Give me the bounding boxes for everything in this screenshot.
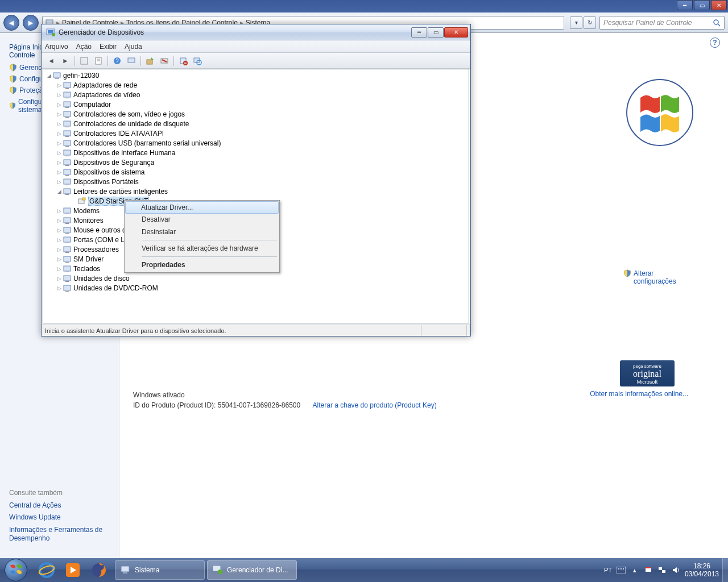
back-icon[interactable]: ◄ <box>45 55 57 67</box>
show-desktop-button[interactable] <box>722 558 728 582</box>
tree-category[interactable]: ▷Dispositivos Portáteis <box>43 177 469 186</box>
genuine-microsoft-badge[interactable]: peça software original Microsoft <box>620 360 675 386</box>
expand-arrow-icon[interactable]: ▷ <box>56 208 63 214</box>
tree-category[interactable]: ▷Dispositivos de Segurança <box>43 157 469 167</box>
help-icon[interactable]: ? <box>710 38 720 48</box>
expand-arrow-icon[interactable]: ▷ <box>56 131 63 136</box>
forward-icon[interactable]: ► <box>59 55 72 67</box>
keyboard-icon[interactable] <box>617 566 626 575</box>
close-button[interactable]: ✕ <box>711 0 727 10</box>
tree-category[interactable]: ▷Dispositivos de Interface Humana <box>43 148 469 157</box>
expand-arrow-icon[interactable]: ▷ <box>56 276 63 281</box>
expand-arrow-icon[interactable]: ▷ <box>56 285 63 291</box>
help-icon[interactable]: ? <box>111 55 123 67</box>
expand-arrow-icon[interactable]: ▷ <box>56 256 63 262</box>
device-tree[interactable]: ◢gefin-12030▷Adaptadores de rede▷Adaptad… <box>43 69 469 323</box>
wmp-pin[interactable] <box>60 560 85 580</box>
expand-arrow-icon[interactable]: ▷ <box>56 227 63 233</box>
start-button[interactable] <box>0 558 32 582</box>
scan-hardware-icon[interactable] <box>191 55 204 67</box>
expand-arrow-icon[interactable]: ▷ <box>56 266 63 272</box>
expand-arrow-icon[interactable]: ▷ <box>56 150 63 156</box>
ie-pin[interactable] <box>34 560 59 580</box>
search-input[interactable]: Pesquisar Painel de Controle <box>599 16 725 30</box>
minimize-button[interactable]: ━ <box>677 0 693 10</box>
expand-arrow-icon[interactable]: ▷ <box>56 237 63 243</box>
menu-help[interactable]: Ajuda <box>125 43 142 51</box>
expand-arrow-icon[interactable]: ▷ <box>56 247 63 252</box>
change-product-key-link[interactable]: Alterar a chave do produto (Product Key) <box>313 401 437 409</box>
disable-icon[interactable] <box>177 55 189 67</box>
breadcrumb-dropdown-button[interactable]: ▾ <box>570 16 582 29</box>
ctx-properties[interactable]: Propriedades <box>126 259 278 271</box>
firefox-pin[interactable] <box>86 560 111 580</box>
change-settings-link[interactable]: Alterar configurações <box>623 269 679 285</box>
svg-rect-45 <box>65 175 69 176</box>
tree-category[interactable]: ▷Controladores IDE ATA/ATAPI <box>43 128 469 138</box>
expand-arrow-icon[interactable]: ▷ <box>56 102 63 107</box>
sidebar-link-action-center[interactable]: Central de Ações <box>9 501 114 510</box>
sidebar-link-windows-update[interactable]: Windows Update <box>9 513 114 522</box>
volume-icon[interactable] <box>671 566 680 575</box>
menu-view[interactable]: Exibir <box>100 43 117 51</box>
more-info-link[interactable]: Obter mais informações online... <box>590 390 688 398</box>
ctx-update-driver[interactable]: Atualizar Driver... <box>125 201 279 214</box>
task-sistema[interactable]: Sistema <box>115 560 205 580</box>
close-button[interactable]: ✕ <box>444 27 468 38</box>
tree-category[interactable]: ▷Adaptadores de vídeo <box>43 90 469 99</box>
expand-arrow-icon[interactable]: ▷ <box>56 160 63 165</box>
flag-icon[interactable] <box>644 566 653 575</box>
tree-category[interactable]: ▷Controladores USB (barramento serial un… <box>43 138 469 148</box>
show-hidden-icon[interactable] <box>78 55 90 67</box>
ctx-scan-hardware[interactable]: Verificar se há alterações de hardware <box>126 242 278 255</box>
expand-arrow-icon[interactable]: ▷ <box>56 121 63 127</box>
refresh-icon[interactable] <box>125 55 138 67</box>
tree-category[interactable]: ▷Controladores de unidade de disquete <box>43 119 469 128</box>
tree-category[interactable]: ◢Leitores de cartões inteligentes <box>43 186 469 196</box>
clock[interactable]: 18:26 03/04/2013 <box>685 562 719 579</box>
expand-arrow-icon[interactable]: ◢ <box>46 73 52 78</box>
expand-arrow-icon[interactable]: ▷ <box>56 169 63 175</box>
uninstall-icon[interactable] <box>158 55 171 67</box>
network-icon[interactable] <box>657 566 667 575</box>
expand-arrow-icon[interactable]: ◢ <box>56 189 63 194</box>
maximize-button[interactable]: ▭ <box>694 0 710 10</box>
task-devmgr[interactable]: Gerenciador de Di... <box>207 560 297 580</box>
menu-action[interactable]: Ação <box>76 43 92 51</box>
expand-arrow-icon[interactable]: ▷ <box>56 92 63 98</box>
tree-category[interactable]: ▷Unidades de DVD/CD-ROM <box>43 283 469 293</box>
shield-icon <box>9 64 17 72</box>
expand-arrow-icon[interactable]: ▷ <box>56 82 63 88</box>
device-category-icon <box>63 245 72 254</box>
minimize-button[interactable]: ━ <box>411 27 427 38</box>
svg-rect-38 <box>64 140 71 146</box>
menu-file[interactable]: Arquivo <box>45 43 68 51</box>
ctx-disable[interactable]: Desativar <box>126 213 278 226</box>
tree-category[interactable]: ▷Computador <box>43 99 469 109</box>
tree-category[interactable]: ▷Controladores de som, vídeo e jogos <box>43 109 469 119</box>
properties-icon[interactable] <box>92 55 105 67</box>
expand-arrow-icon[interactable]: ▷ <box>56 111 63 117</box>
device-category-icon <box>77 197 86 206</box>
maximize-button[interactable]: ▭ <box>428 27 444 38</box>
svg-rect-63 <box>65 262 69 263</box>
show-hidden-icons[interactable]: ▴ <box>630 566 639 575</box>
language-indicator[interactable]: PT <box>604 567 612 573</box>
expand-arrow-icon[interactable]: ▷ <box>56 140 63 146</box>
tree-root[interactable]: ◢gefin-12030 <box>43 70 469 80</box>
svg-rect-46 <box>64 179 71 184</box>
update-driver-icon[interactable] <box>144 55 156 67</box>
expand-arrow-icon[interactable]: ▷ <box>56 218 63 223</box>
sidebar-link-perf[interactable]: Informações e Ferramentas de Desempenho <box>9 526 114 543</box>
refresh-button[interactable]: ↻ <box>584 16 596 29</box>
tree-category[interactable]: ▷Dispositivos de sistema <box>43 167 469 177</box>
nav-forward-button[interactable]: ► <box>23 15 39 31</box>
dm-titlebar[interactable]: Gerenciador de Dispositivos ━ ▭ ✕ <box>42 24 470 40</box>
nav-back-button[interactable]: ◄ <box>3 15 19 31</box>
expand-arrow-icon[interactable]: ▷ <box>56 179 63 185</box>
svg-rect-28 <box>64 92 71 97</box>
tree-category[interactable]: ▷Unidades de disco <box>43 273 469 283</box>
svg-rect-43 <box>65 165 69 166</box>
tree-category[interactable]: ▷Adaptadores de rede <box>43 80 469 90</box>
ctx-uninstall[interactable]: Desinstalar <box>126 226 278 238</box>
